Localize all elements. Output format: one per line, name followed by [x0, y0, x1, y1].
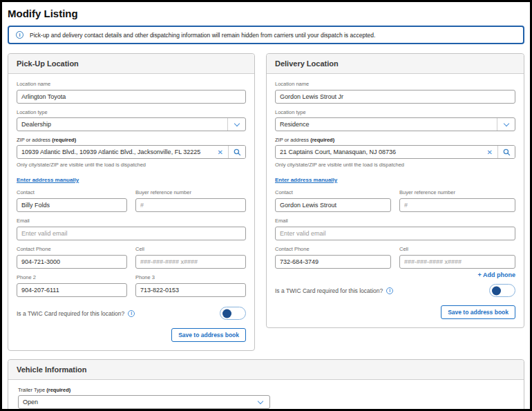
- delivery-enter-address-manually-link[interactable]: Enter address manually: [275, 177, 337, 183]
- pickup-zip-label: ZIP or address (required): [17, 137, 246, 143]
- trailer-type-select[interactable]: Open: [18, 395, 270, 409]
- delivery-buyer-ref-label: Buyer reference number: [399, 189, 515, 195]
- chevron-down-icon: [251, 396, 269, 408]
- delivery-email-input[interactable]: [275, 227, 515, 240]
- pickup-zip-help: Only city/state/ZIP are visible until th…: [17, 162, 246, 168]
- delivery-zip-help: Only city/state/ZIP are visible until th…: [275, 162, 515, 168]
- delivery-contact-phone-input[interactable]: [275, 255, 391, 269]
- pickup-enter-address-manually-link[interactable]: Enter address manually: [17, 177, 79, 183]
- modify-listing-page: Modify Listing i Pick-up and delivery co…: [0, 0, 532, 411]
- pickup-contact-input[interactable]: [17, 198, 127, 212]
- pickup-phone3-label: Phone 3: [135, 274, 246, 280]
- pickup-panel-body: Location name Location type Dealership Z…: [8, 74, 254, 350]
- pickup-cell-input[interactable]: [135, 255, 246, 269]
- vehicle-information-panel: Vehicle Information Trailer Type (requir…: [8, 359, 524, 411]
- info-icon[interactable]: i: [386, 287, 393, 294]
- pickup-location-type-value: Dealership: [17, 121, 227, 128]
- pickup-contact-phone-label: Contact Phone: [17, 246, 127, 252]
- pickup-location-type-label: Location type: [17, 109, 246, 115]
- add-phone-link[interactable]: + Add phone: [478, 271, 515, 278]
- location-panels: Pick-Up Location Location name Location …: [8, 53, 524, 351]
- pickup-buyer-ref-input[interactable]: [135, 198, 246, 212]
- search-icon[interactable]: [497, 146, 515, 158]
- delivery-cell-label: Cell: [399, 246, 515, 252]
- delivery-zip-label: ZIP or address (required): [275, 137, 515, 143]
- pickup-save-to-address-book-button[interactable]: Save to address book: [171, 328, 246, 342]
- chevron-down-icon: [497, 118, 515, 131]
- pickup-panel-title: Pick-Up Location: [8, 54, 254, 74]
- delivery-panel-body: Location name Location type Residence ZI…: [267, 74, 524, 327]
- delivery-save-to-address-book-button[interactable]: Save to address book: [441, 305, 515, 319]
- pickup-zip-group: ✕: [17, 145, 246, 159]
- vehicle-panel-body: Trailer Type (required) Open: [8, 380, 524, 411]
- delivery-cell-input[interactable]: [399, 255, 515, 269]
- toggle-knob: [492, 286, 501, 295]
- delivery-zip-group: ✕: [275, 145, 515, 159]
- pickup-location-panel: Pick-Up Location Location name Location …: [8, 53, 255, 351]
- delivery-email-label: Email: [275, 218, 515, 224]
- delivery-contact-input[interactable]: [275, 198, 391, 212]
- clear-icon[interactable]: ✕: [482, 146, 497, 158]
- pickup-twic-toggle[interactable]: [220, 307, 246, 320]
- delivery-location-type-select[interactable]: Residence: [275, 117, 515, 131]
- delivery-panel-title: Delivery Location: [267, 54, 524, 74]
- pickup-zip-input[interactable]: [17, 146, 213, 158]
- pickup-twic-question: Is a TWIC Card required for this locatio…: [17, 310, 135, 317]
- pickup-location-name-label: Location name: [17, 81, 246, 87]
- pickup-cell-label: Cell: [135, 246, 246, 252]
- delivery-twic-question: Is a TWIC Card required for this locatio…: [275, 287, 393, 294]
- info-banner: i Pick-up and delivery contact details a…: [8, 26, 524, 44]
- search-icon[interactable]: [228, 146, 245, 158]
- delivery-location-type-label: Location type: [275, 109, 515, 115]
- info-icon[interactable]: i: [128, 310, 135, 317]
- delivery-location-name-label: Location name: [275, 81, 515, 87]
- delivery-twic-toggle[interactable]: [489, 284, 515, 297]
- pickup-email-input[interactable]: [17, 227, 246, 240]
- info-icon: i: [16, 31, 23, 39]
- trailer-type-label: Trailer Type (required): [18, 387, 514, 393]
- page-title: Modify Listing: [8, 8, 524, 19]
- delivery-contact-phone-label: Contact Phone: [275, 246, 391, 252]
- pickup-phone2-label: Phone 2: [17, 274, 127, 280]
- pickup-phone3-input[interactable]: [135, 283, 246, 297]
- pickup-buyer-ref-label: Buyer reference number: [135, 189, 246, 195]
- pickup-email-label: Email: [17, 218, 246, 224]
- pickup-location-name-input[interactable]: [17, 90, 246, 104]
- delivery-buyer-ref-input[interactable]: [399, 198, 515, 212]
- delivery-location-panel: Delivery Location Location name Location…: [266, 53, 524, 328]
- info-banner-text: Pick-up and delivery contact details and…: [30, 32, 375, 39]
- toggle-knob: [222, 309, 231, 318]
- pickup-location-type-select[interactable]: Dealership: [17, 117, 246, 131]
- chevron-down-icon: [227, 118, 245, 131]
- delivery-location-type-value: Residence: [276, 121, 497, 128]
- delivery-zip-input[interactable]: [276, 146, 482, 158]
- delivery-contact-label: Contact: [275, 189, 391, 195]
- pickup-contact-phone-input[interactable]: [17, 255, 127, 269]
- trailer-type-value: Open: [19, 399, 251, 405]
- clear-icon[interactable]: ✕: [213, 146, 228, 158]
- delivery-location-name-input[interactable]: [275, 90, 515, 104]
- pickup-contact-label: Contact: [17, 189, 127, 195]
- vehicle-panel-title: Vehicle Information: [8, 360, 524, 380]
- pickup-phone2-input[interactable]: [17, 283, 127, 297]
